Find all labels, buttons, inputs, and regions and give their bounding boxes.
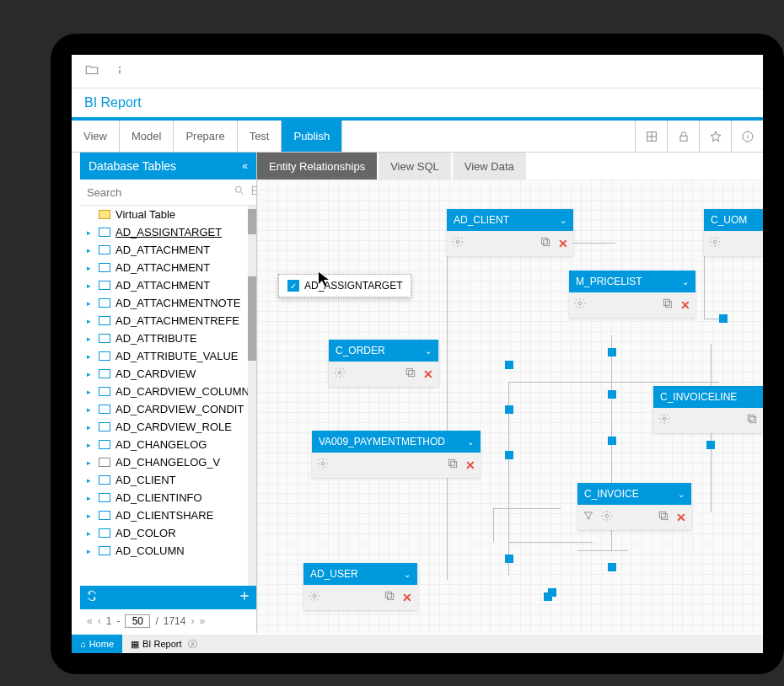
copy-icon[interactable]: [746, 413, 758, 428]
tree-item[interactable]: ▸AD_CHANGELOG_V: [80, 453, 256, 471]
refresh-icon[interactable]: [85, 589, 99, 606]
gear-icon[interactable]: [601, 510, 613, 525]
copy-icon[interactable]: [405, 367, 416, 382]
gear-icon[interactable]: [452, 236, 464, 251]
tree-item[interactable]: ▸AD_ATTACHMENT: [80, 241, 256, 259]
svg-rect-20: [748, 415, 754, 421]
close-icon[interactable]: ✕: [680, 298, 690, 312]
tree-item[interactable]: ▸AD_ATTACHMENTREFE: [80, 312, 256, 330]
diagram-canvas[interactable]: AD_CLIENT⌄ ✕ C_UOM⌄ ✕ ✓ AD_ASSIGNTARGET …: [257, 180, 763, 633]
entity-c-invoiceline[interactable]: C_INVOICELINE⌄ ✕: [653, 386, 763, 433]
search-input[interactable]: [87, 186, 228, 199]
close-icon[interactable]: ✕: [423, 367, 433, 381]
collapse-icon[interactable]: «: [242, 160, 248, 172]
table-tree[interactable]: Virtual Table ▸AD_ASSIGNTARGET ▸AD_ATTAC…: [80, 206, 256, 586]
sidebar-header: Database Tables «: [80, 153, 256, 180]
tab-publish[interactable]: Publish: [282, 121, 342, 152]
entity-title: AD_USER: [310, 568, 358, 580]
entity-c-order[interactable]: C_ORDER⌄ ✕: [329, 340, 438, 387]
entity-m-pricelist[interactable]: M_PRICELIST⌄ ✕: [569, 271, 695, 318]
tree-item[interactable]: ▸AD_ATTACHMENT: [80, 276, 256, 294]
copy-icon[interactable]: [384, 590, 395, 605]
tree-item[interactable]: ▸AD_CARDVIEW_COLUMN: [80, 383, 256, 400]
scrollbar[interactable]: [248, 206, 256, 586]
tab-model[interactable]: Model: [120, 121, 174, 152]
bottom-tab-label: Home: [89, 639, 114, 649]
report-icon: ▦: [131, 639, 139, 650]
search-icon[interactable]: [234, 185, 245, 200]
svg-rect-2: [680, 136, 687, 141]
canvas-tab-data[interactable]: View Data: [453, 153, 526, 180]
chevron-down-icon[interactable]: ⌄: [560, 216, 567, 225]
canvas-tab-sql[interactable]: View SQL: [379, 153, 451, 180]
tree-item[interactable]: ▸AD_ASSIGNTARGET: [80, 223, 256, 241]
page-title: BI Report: [72, 88, 763, 117]
chevron-down-icon[interactable]: ⌄: [404, 570, 411, 579]
canvas-tab-entity[interactable]: Entity Relationships: [257, 153, 377, 180]
gear-icon[interactable]: [334, 367, 346, 382]
tree-item[interactable]: ▸AD_CHANGELOG: [80, 436, 256, 453]
entity-c-uom[interactable]: C_UOM⌄ ✕: [704, 209, 763, 256]
folder-icon[interactable]: [84, 62, 99, 81]
entity-title: M_PRICELIST: [576, 276, 642, 287]
copy-icon[interactable]: [662, 297, 674, 313]
entity-va009[interactable]: VA009_PAYMENTMETHOD⌄ ✕: [312, 431, 481, 478]
bottom-tab-home[interactable]: ⌂ Home: [72, 635, 122, 653]
tree-item[interactable]: ▸AD_CARDVIEW_CONDIT: [80, 400, 256, 418]
tab-prepare[interactable]: Prepare: [174, 121, 237, 152]
tree-item[interactable]: ▸AD_CLIENTSHARE: [80, 506, 256, 524]
gear-icon[interactable]: [574, 297, 586, 313]
tree-item[interactable]: ▸AD_ATTACHMENT: [80, 259, 256, 276]
svg-rect-28: [388, 594, 394, 600]
chevron-down-icon[interactable]: ⌄: [682, 277, 689, 287]
next-page-icon[interactable]: ›: [191, 615, 194, 627]
info-icon[interactable]: [112, 62, 127, 81]
entity-c-invoice[interactable]: C_INVOICE⌄ ✕: [577, 483, 691, 530]
gear-icon[interactable]: [658, 413, 670, 428]
first-page-icon[interactable]: «: [87, 615, 93, 627]
entity-ad-client[interactable]: AD_CLIENT⌄ ✕: [447, 209, 573, 256]
tree-item[interactable]: ▸AD_ATTACHMENTNOTE: [80, 294, 256, 312]
gear-icon[interactable]: [709, 236, 721, 251]
close-icon[interactable]: ✕: [558, 237, 568, 250]
prev-page-icon[interactable]: ‹: [98, 615, 101, 627]
chevron-down-icon[interactable]: ⌄: [467, 437, 474, 447]
copy-icon[interactable]: [658, 510, 669, 525]
tree-item[interactable]: ▸AD_CLIENTINFO: [80, 489, 256, 506]
tree-item[interactable]: ▸AD_CARDVIEW: [80, 365, 256, 383]
tree-item[interactable]: ▸AD_ATTRIBUTE_VALUE: [80, 347, 256, 365]
svg-point-27: [313, 594, 316, 598]
tree-item[interactable]: ▸AD_COLUMN: [80, 542, 256, 560]
lock-icon[interactable]: [667, 121, 699, 153]
svg-point-0: [119, 67, 121, 68]
star-icon[interactable]: [699, 121, 731, 153]
bottom-tab-report[interactable]: ▦ BI Report ⓧ: [122, 635, 206, 653]
last-page-icon[interactable]: »: [199, 615, 205, 627]
tree-item[interactable]: ▸AD_CLIENT: [80, 471, 256, 489]
chevron-down-icon[interactable]: ⌄: [678, 490, 685, 499]
info-circle-icon[interactable]: [731, 121, 763, 153]
tree-root[interactable]: Virtual Table: [80, 206, 256, 223]
tab-view[interactable]: View: [72, 121, 120, 152]
gear-icon[interactable]: [309, 590, 320, 605]
close-icon[interactable]: ✕: [465, 458, 475, 472]
close-icon[interactable]: ✕: [676, 511, 686, 524]
svg-point-15: [338, 371, 341, 374]
svg-point-4: [235, 186, 241, 192]
tree-item[interactable]: ▸AD_CARDVIEW_ROLE: [80, 418, 256, 436]
close-icon[interactable]: ✕: [402, 591, 412, 604]
entity-ad-user[interactable]: AD_USER⌄ ✕: [303, 563, 417, 610]
tab-test[interactable]: Test: [238, 121, 282, 152]
grid-icon[interactable]: [635, 121, 667, 153]
close-tab-icon[interactable]: ⓧ: [188, 638, 197, 651]
gear-icon[interactable]: [317, 458, 329, 473]
tree-item[interactable]: ▸AD_ATTRIBUTE: [80, 330, 256, 347]
copy-icon[interactable]: [540, 236, 551, 251]
page-to-input[interactable]: [125, 614, 150, 628]
add-icon[interactable]: [238, 589, 251, 606]
copy-icon[interactable]: [447, 458, 459, 473]
entity-title: C_INVOICELINE: [660, 391, 737, 403]
chevron-down-icon[interactable]: ⌄: [425, 346, 432, 356]
filter-icon[interactable]: [583, 510, 594, 525]
tree-item[interactable]: ▸AD_COLOR: [80, 524, 256, 542]
